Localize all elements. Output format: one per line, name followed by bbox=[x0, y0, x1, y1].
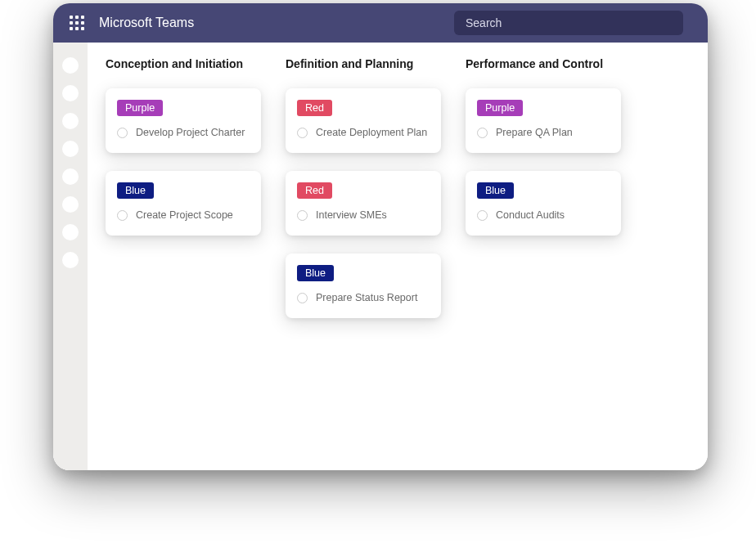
sidebar-item[interactable] bbox=[62, 168, 79, 185]
sidebar-item[interactable] bbox=[62, 113, 79, 129]
sidebar-item[interactable] bbox=[62, 141, 79, 157]
sidebar-item[interactable] bbox=[62, 252, 79, 268]
card-tag: Red bbox=[297, 100, 332, 116]
app-title: Microsoft Teams bbox=[99, 16, 194, 30]
app-window: Microsoft Teams Search Conception and In… bbox=[53, 3, 708, 470]
kanban-column: Definition and Planning Red Create Deplo… bbox=[286, 57, 441, 456]
radio-icon[interactable] bbox=[297, 128, 308, 138]
task-row: Conduct Audits bbox=[477, 209, 610, 222]
radio-icon[interactable] bbox=[117, 210, 128, 221]
radio-icon[interactable] bbox=[477, 210, 488, 221]
task-text: Create Project Scope bbox=[136, 209, 233, 222]
kanban-column: Performance and Control Purple Prepare Q… bbox=[466, 57, 621, 456]
radio-icon[interactable] bbox=[477, 128, 488, 138]
kanban-board: Conception and Initiation Purple Develop… bbox=[88, 43, 708, 470]
kanban-card[interactable]: Blue Conduct Audits bbox=[466, 171, 621, 236]
task-text: Create Deployment Plan bbox=[316, 126, 427, 140]
task-text: Develop Project Charter bbox=[136, 126, 245, 140]
task-text: Prepare Status Report bbox=[316, 291, 417, 305]
column-title: Definition and Planning bbox=[286, 57, 441, 70]
kanban-card[interactable]: Blue Prepare Status Report bbox=[286, 254, 441, 318]
card-tag: Blue bbox=[477, 182, 514, 199]
task-text: Conduct Audits bbox=[496, 209, 565, 222]
search-input[interactable]: Search bbox=[454, 11, 683, 35]
card-tag: Purple bbox=[117, 100, 163, 116]
task-text: Interview SMEs bbox=[316, 209, 387, 222]
card-tag: Red bbox=[297, 182, 332, 199]
search-placeholder: Search bbox=[466, 16, 502, 29]
kanban-card[interactable]: Red Interview SMEs bbox=[286, 171, 441, 236]
radio-icon[interactable] bbox=[297, 210, 308, 221]
sidebar-item[interactable] bbox=[62, 85, 79, 101]
waffle-icon[interactable] bbox=[70, 16, 84, 30]
card-tag: Blue bbox=[297, 265, 334, 281]
task-row: Create Project Scope bbox=[117, 209, 250, 222]
sidebar-item[interactable] bbox=[62, 196, 79, 213]
kanban-card[interactable]: Blue Create Project Scope bbox=[106, 171, 261, 236]
sidebar-item[interactable] bbox=[62, 224, 79, 240]
column-title: Performance and Control bbox=[466, 57, 621, 70]
column-title: Conception and Initiation bbox=[106, 57, 261, 70]
card-tag: Purple bbox=[477, 100, 523, 116]
radio-icon[interactable] bbox=[117, 128, 128, 138]
kanban-card[interactable]: Purple Develop Project Charter bbox=[106, 88, 261, 153]
card-tag: Blue bbox=[117, 182, 154, 199]
kanban-card[interactable]: Red Create Deployment Plan bbox=[286, 88, 441, 153]
sidebar bbox=[53, 43, 88, 470]
radio-icon[interactable] bbox=[297, 293, 308, 303]
task-text: Prepare QA Plan bbox=[496, 126, 573, 140]
kanban-column: Conception and Initiation Purple Develop… bbox=[106, 57, 261, 456]
header-bar: Microsoft Teams Search bbox=[53, 3, 708, 43]
task-row: Prepare QA Plan bbox=[477, 126, 610, 140]
task-row: Develop Project Charter bbox=[117, 126, 250, 140]
kanban-card[interactable]: Purple Prepare QA Plan bbox=[466, 88, 621, 153]
task-row: Create Deployment Plan bbox=[297, 126, 430, 140]
sidebar-item[interactable] bbox=[62, 57, 79, 74]
task-row: Prepare Status Report bbox=[297, 291, 430, 305]
body: Conception and Initiation Purple Develop… bbox=[53, 43, 708, 470]
task-row: Interview SMEs bbox=[297, 209, 430, 222]
